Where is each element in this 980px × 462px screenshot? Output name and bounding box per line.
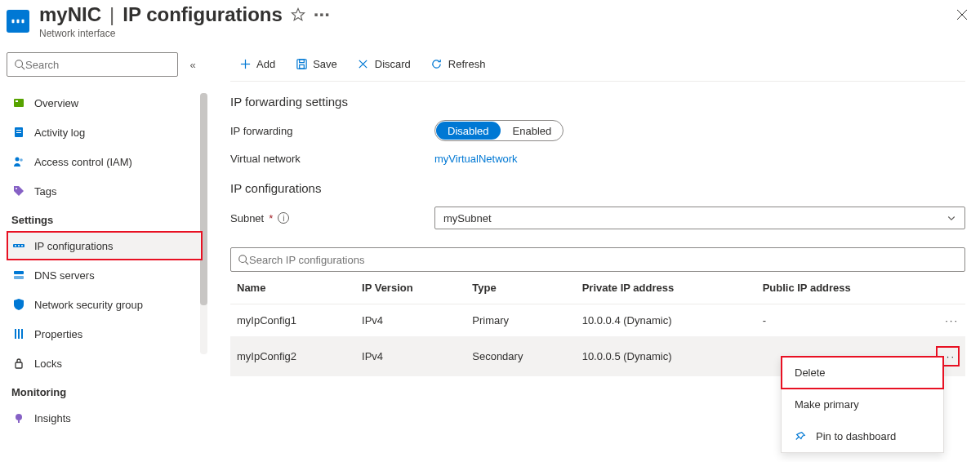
svg-rect-32 [299,64,304,69]
svg-point-17 [15,245,16,247]
col-name[interactable]: Name [230,272,355,304]
discard-icon [357,58,370,71]
sidebar-item-label: IP configurations [34,240,114,252]
add-label: Add [256,58,275,70]
sidebar-search-input[interactable] [25,59,171,71]
svg-line-36 [246,262,249,265]
subnet-label-text: Subnet [230,212,264,224]
col-private[interactable]: Private IP address [576,272,756,304]
svg-rect-0 [12,20,15,24]
toggle-enabled[interactable]: Enabled [501,121,564,140]
sidebar-item-label: Tags [34,185,56,198]
sidebar-item-iam[interactable]: Access control (IAM) [7,147,203,176]
ipconfig-search-input[interactable] [249,254,958,266]
cell-type: Secondary [466,337,575,376]
ipconf-icon [11,238,26,253]
svg-rect-12 [16,132,21,133]
cell-private: 10.0.0.5 (Dynamic) [576,337,756,376]
ctx-delete[interactable]: Delete [782,357,943,389]
properties-icon [11,327,26,341]
sidebar-item-dns-servers[interactable]: DNS servers [7,260,203,290]
virtual-network-link[interactable]: myVirtualNetwork [434,153,518,165]
locks-icon [11,356,26,371]
svg-point-35 [239,255,247,263]
ipconfig-search[interactable] [230,247,965,272]
sidebar-item-locks[interactable]: Locks [7,349,203,378]
sidebar-item-label: Network security group [34,299,143,311]
cell-private: 10.0.0.4 (Dynamic) [576,304,756,337]
refresh-label: Refresh [448,58,486,70]
ip-configurations-section-title: IP configurations [230,181,965,195]
sidebar-item-nsg[interactable]: Network security group [7,290,203,319]
subnet-value: mySubnet [443,212,492,224]
title-separator: | [109,3,114,26]
sidebar-item-activity-log[interactable]: Activity log [7,118,203,147]
svg-rect-11 [16,130,21,131]
sidebar-item-overview[interactable]: Overview [7,88,203,118]
close-button[interactable] [956,3,969,21]
svg-line-7 [22,67,25,70]
command-bar: Add Save Discard Refresh [230,47,965,82]
sidebar-item-label: DNS servers [34,269,95,282]
svg-point-15 [16,188,17,189]
svg-rect-2 [22,20,24,24]
sidebar-item-label: Locks [34,358,62,370]
refresh-icon [430,58,443,71]
favorite-star-icon[interactable] [291,7,305,22]
sidebar-item-label: Overview [34,97,78,109]
nsg-icon [11,297,26,312]
svg-rect-9 [16,100,18,102]
search-icon [238,254,249,265]
svg-rect-21 [14,276,24,279]
ctx-make-primary[interactable]: Make primary [782,389,943,420]
sidebar-item-properties[interactable]: Properties [7,319,203,349]
chevron-down-icon [947,213,956,223]
svg-rect-24 [21,329,23,339]
save-button[interactable]: Save [287,53,345,76]
ctx-pin[interactable]: Pin to dashboard [782,420,943,452]
ctx-delete-label: Delete [795,366,826,379]
discard-button[interactable]: Discard [349,53,419,76]
svg-marker-3 [292,9,304,20]
sidebar-search[interactable] [7,52,178,77]
discard-label: Discard [375,58,411,70]
sidebar-item-tags[interactable]: Tags [7,176,203,206]
add-button[interactable]: Add [230,53,283,76]
collapse-sidebar-button[interactable]: « [183,59,203,71]
svg-rect-30 [297,60,306,69]
subnet-dropdown[interactable]: mySubnet [434,207,965,229]
info-icon[interactable]: i [278,212,289,224]
table-row[interactable]: myIpConfig1 IPv4 Primary 10.0.0.4 (Dynam… [230,304,965,337]
page-subtitle: Network interface [39,28,956,39]
sidebar-item-label: Access control (IAM) [34,156,132,168]
col-type[interactable]: Type [466,272,575,304]
page-header: myNIC | IP configurations ··· Network in… [0,0,980,47]
sidebar: « Overview Activity log Access control (… [0,47,203,462]
dns-icon [11,268,26,282]
svg-rect-25 [16,362,22,368]
sidebar-item-ip-configurations[interactable]: IP configurations [7,231,203,260]
refresh-button[interactable]: Refresh [422,53,494,76]
col-public[interactable]: Public IP address [756,272,931,304]
toggle-disabled[interactable]: Disabled [436,122,501,140]
svg-rect-1 [17,20,20,24]
svg-point-14 [20,158,23,162]
more-actions-icon[interactable]: ··· [314,3,330,26]
required-indicator: * [269,212,273,224]
sidebar-item-insights[interactable]: Insights [7,403,203,433]
sidebar-item-label: Properties [34,328,82,340]
search-icon [14,59,25,70]
resource-name: myNIC [39,3,101,26]
svg-rect-27 [18,420,20,423]
cell-name: myIpConfig1 [230,304,355,337]
ip-forwarding-toggle[interactable]: Disabled Enabled [434,120,564,141]
cell-version: IPv4 [355,304,466,337]
ip-forwarding-section-title: IP forwarding settings [230,95,965,109]
row-more-button[interactable]: ··· [930,304,965,337]
sidebar-section-monitoring: Monitoring [7,378,203,403]
col-version[interactable]: IP Version [355,272,466,304]
cell-type: Primary [466,304,575,337]
resource-icon [7,10,29,33]
plus-icon [238,58,252,71]
save-label: Save [313,58,337,70]
